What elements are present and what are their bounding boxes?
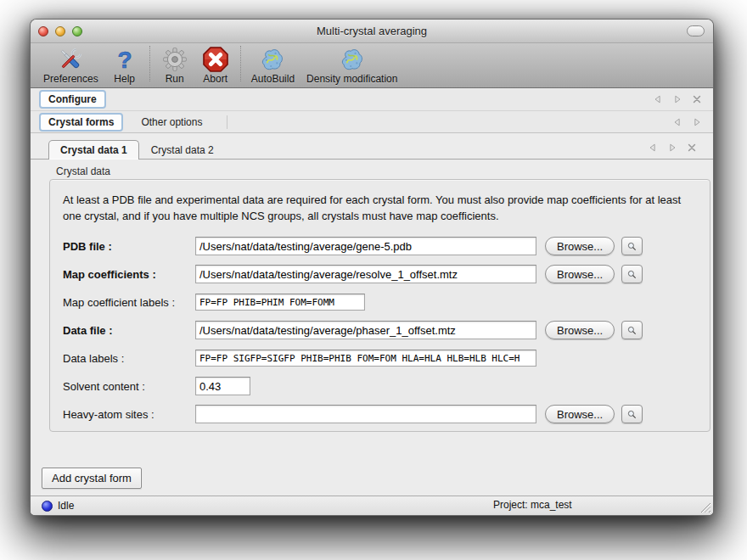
- tab-scroll-right-button[interactable]: [666, 142, 678, 154]
- groupbox-legend: Crystal data: [56, 165, 713, 177]
- toolbar-button-label: AutoBuild: [251, 73, 295, 85]
- status-indicator-icon: [42, 501, 53, 512]
- tab-scroll-right-button[interactable]: [691, 116, 703, 128]
- toolbar-button-help[interactable]: Help: [104, 45, 145, 86]
- project-label: Project: mca_test: [493, 499, 572, 511]
- tab-crystal-data-1[interactable]: Crystal data 1: [48, 140, 139, 160]
- toolbar-button-preferences[interactable]: Preferences: [37, 45, 104, 86]
- tab-nav-cluster-2: [671, 116, 706, 128]
- tab-scroll-left-button[interactable]: [671, 116, 683, 128]
- toolbar-button-density-modification[interactable]: Density modification: [300, 45, 403, 86]
- tab-crystal-data-2[interactable]: Crystal data 2: [139, 140, 226, 160]
- toolbar-button-label: Run: [166, 73, 184, 85]
- pdb-file-view-button[interactable]: [621, 237, 643, 255]
- form-row-map-coefficient-labels: Map coefficient labels : Browse...: [63, 293, 710, 311]
- form-row-heavy-atom-sites: Heavy-atom sites : Browse...: [63, 405, 710, 423]
- protein-icon: [338, 46, 367, 73]
- pdb-file-label: PDB file :: [63, 240, 195, 253]
- pdb-file-browse-button[interactable]: Browse...: [545, 237, 615, 255]
- crystal-data-form: PDB file : Browse... Map coefficients : …: [63, 237, 710, 423]
- data-labels-label: Data labels :: [63, 352, 195, 365]
- tab-divider: [227, 115, 227, 129]
- tab-other-options[interactable]: Other options: [132, 113, 211, 132]
- form-row-data-file: Data file : Browse...: [63, 321, 710, 339]
- protein-icon: [258, 46, 287, 73]
- configure-tab-row: Configure: [31, 88, 713, 111]
- magnifier-icon: [627, 240, 637, 253]
- window-controls: [38, 26, 82, 36]
- solvent-content-input[interactable]: [195, 377, 250, 395]
- map-coefficients-input[interactable]: [195, 265, 536, 283]
- map-coefficients-view-button[interactable]: [621, 265, 643, 283]
- status-bar: Idle Project: mca_test: [31, 496, 713, 515]
- window-title: Multi-crystal averaging: [31, 25, 713, 37]
- minimize-window-button[interactable]: [55, 26, 65, 36]
- crystal-forms-tab-row: Crystal forms Other options: [31, 111, 713, 133]
- crystal-data-description: At least a PDB file and experimental dat…: [63, 192, 691, 224]
- data-file-label: Data file :: [63, 324, 195, 337]
- status-text: Idle: [58, 500, 74, 512]
- tab-strip-level1: Configure: [39, 90, 115, 109]
- crystal-forms-page: Crystal data 1 Crystal data 2 Crystal da…: [31, 133, 713, 516]
- magnifier-icon: [627, 408, 637, 421]
- map-coefficients-browse-button[interactable]: Browse...: [545, 265, 615, 283]
- help-icon: [110, 46, 139, 73]
- heavy-atom-sites-view-button[interactable]: [621, 405, 643, 423]
- tab-scroll-left-button[interactable]: [647, 142, 659, 154]
- toolbar-button-autobuild[interactable]: AutoBuild: [245, 45, 300, 86]
- toolbar-toggle-button[interactable]: [687, 25, 705, 36]
- tab-strip-level3: Crystal data 1 Crystal data 2: [48, 139, 226, 159]
- toolbar-button-label: Density modification: [306, 73, 397, 85]
- map-coefficients-label: Map coefficients :: [63, 268, 195, 281]
- data-file-input[interactable]: [195, 321, 536, 339]
- tab-configure[interactable]: Configure: [39, 90, 106, 109]
- tab-scroll-left-button[interactable]: [652, 93, 664, 105]
- heavy-atom-sites-label: Heavy-atom sites :: [63, 408, 195, 421]
- toolbar-button-abort[interactable]: Abort: [195, 45, 236, 86]
- toolbar-button-label: Abort: [203, 73, 227, 85]
- gear-icon: [160, 46, 189, 73]
- toolbar: Preferences Help Run Abort AutoBuild Den…: [31, 43, 713, 88]
- close-window-button[interactable]: [38, 26, 48, 36]
- form-row-pdb-file: PDB file : Browse...: [63, 237, 710, 255]
- tab-crystal-forms[interactable]: Crystal forms: [39, 113, 123, 132]
- tab-scroll-right-button[interactable]: [671, 93, 683, 105]
- heavy-atom-sites-input[interactable]: [195, 405, 536, 423]
- magnifier-icon: [627, 268, 637, 281]
- data-labels-input[interactable]: [195, 350, 536, 367]
- resize-grip[interactable]: [699, 501, 711, 513]
- crystal-data-groupbox: At least a PDB file and experimental dat…: [49, 179, 710, 432]
- map-coefficient-labels-label: Map coefficient labels :: [63, 296, 195, 309]
- toolbar-button-label: Help: [114, 73, 135, 85]
- form-row-map-coefficients: Map coefficients : Browse...: [63, 265, 710, 283]
- form-row-solvent-content: Solvent content : Browse...: [63, 377, 710, 395]
- tools-icon: [56, 46, 85, 73]
- tab-nav-cluster-1: [652, 93, 706, 105]
- tab-close-button[interactable]: [691, 93, 703, 105]
- app-window: Multi-crystal averaging Preferences Help…: [30, 19, 714, 516]
- magnifier-icon: [627, 324, 637, 337]
- solvent-content-label: Solvent content :: [63, 380, 195, 393]
- data-file-view-button[interactable]: [621, 321, 643, 339]
- add-crystal-form-button[interactable]: Add crystal form: [42, 468, 142, 489]
- tab-nav-cluster-3: [647, 142, 701, 154]
- heavy-atom-sites-browse-button[interactable]: Browse...: [545, 405, 615, 423]
- toolbar-separator: [149, 46, 150, 81]
- tab-strip-level2: Crystal forms Other options: [39, 113, 220, 132]
- titlebar: Multi-crystal averaging: [31, 20, 713, 43]
- zoom-window-button[interactable]: [72, 26, 82, 36]
- tab-close-button[interactable]: [686, 142, 698, 154]
- data-file-browse-button[interactable]: Browse...: [545, 321, 615, 339]
- map-coefficient-labels-input[interactable]: [195, 294, 365, 311]
- toolbar-separator: [240, 46, 241, 81]
- toolbar-button-run[interactable]: Run: [154, 45, 195, 86]
- abort-icon: [201, 46, 230, 73]
- crystal-data-tab-row: Crystal data 1 Crystal data 2: [31, 133, 713, 160]
- form-row-data-labels: Data labels : Browse...: [63, 349, 710, 367]
- pdb-file-input[interactable]: [195, 237, 536, 255]
- toolbar-button-label: Preferences: [43, 73, 98, 85]
